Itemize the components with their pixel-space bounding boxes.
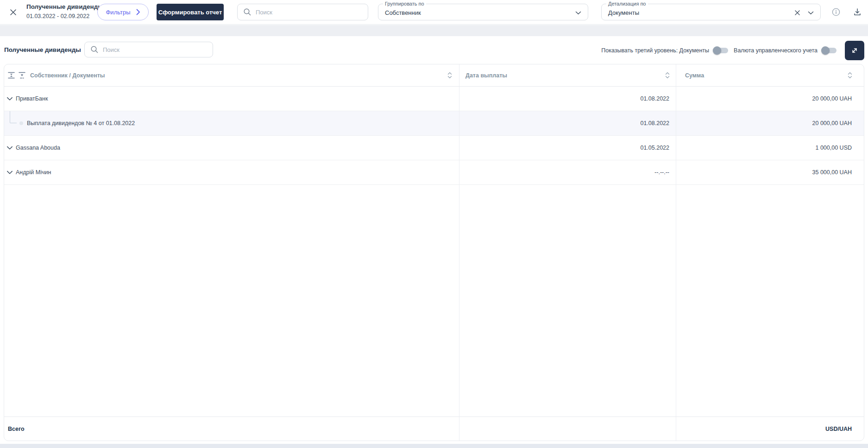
chevron-down-icon[interactable]	[808, 11, 814, 15]
amount-cell: 20 000,00 UAH	[676, 87, 864, 111]
total-currency: USD/UAH	[676, 417, 864, 441]
row-label: Gassana Abouda	[16, 145, 60, 151]
filters-label: Фильтры	[106, 9, 130, 16]
owner-cell: Gassana Abouda	[4, 136, 459, 160]
tree-node-dot	[19, 121, 23, 125]
search-icon	[243, 8, 252, 16]
search-icon	[90, 45, 99, 54]
table-header-row: Собственник / Документы Дата выплаты	[4, 64, 864, 87]
topbar: Полученные дивиденды 01.03.2022 - 02.09.…	[0, 0, 868, 25]
column-label: Дата выплаты	[465, 72, 507, 79]
chevron-down-icon[interactable]	[575, 11, 581, 15]
owner-cell: ПриватБанк	[4, 87, 459, 111]
table-search-input[interactable]	[103, 46, 207, 53]
close-button[interactable]	[6, 6, 19, 19]
topbar-search	[237, 4, 368, 20]
table-row[interactable]: Gassana Abouda 01.05.2022 1 000,00 USD	[4, 136, 864, 160]
payout-date-cell: 01.08.2022	[459, 87, 676, 111]
row-expand-chevron-down-icon[interactable]	[6, 97, 13, 101]
collapse-all-icon[interactable]	[7, 71, 15, 79]
table-search	[84, 42, 213, 57]
column-label: Сумма	[685, 72, 704, 79]
horizontal-scrollbar[interactable]	[0, 444, 868, 448]
sort-icon[interactable]	[447, 71, 453, 79]
section-title: Полученные дивиденды	[4, 46, 81, 53]
column-label: Собственник / Документы	[30, 72, 105, 79]
table-row[interactable]: Андрій Мічин --.--.-- 35 000,00 UAH	[4, 160, 864, 185]
detail-by-select[interactable]: Детализация по Документы	[601, 4, 821, 20]
owner-cell: Андрій Мічин	[4, 160, 459, 184]
close-icon	[10, 9, 17, 16]
table-footer-row: Всего USD/UAH	[4, 416, 864, 441]
generate-report-button[interactable]: Сформировать отчет	[157, 4, 224, 20]
table-empty-area	[4, 185, 864, 416]
download-button[interactable]	[852, 6, 863, 18]
dividends-table: Собственник / Документы Дата выплаты	[4, 64, 864, 441]
row-expand-chevron-down-icon[interactable]	[6, 170, 13, 175]
amount-cell: 35 000,00 UAH	[676, 160, 864, 184]
table-view-controls: Показывать третий уровень: Документы Вал…	[601, 41, 864, 60]
download-icon	[853, 7, 862, 17]
info-button[interactable]	[830, 6, 842, 18]
amount-cell: 1 000,00 USD	[676, 136, 864, 160]
fullscreen-button[interactable]	[845, 41, 864, 60]
payout-date-cell: 01.08.2022	[459, 111, 676, 135]
row-label: Выплата дивидендов № 4 от 01.08.2022	[27, 120, 135, 126]
topbar-separator	[0, 25, 868, 36]
payout-date-cell: --.--.--	[459, 160, 676, 184]
tree-controls	[7, 71, 26, 79]
clear-icon[interactable]	[794, 10, 800, 16]
chevron-right-icon	[136, 9, 140, 15]
management-currency-toggle[interactable]	[821, 46, 837, 55]
report-title: Полученные дивиденды	[26, 3, 103, 10]
expand-all-icon[interactable]	[18, 71, 26, 79]
topbar-search-input[interactable]	[256, 9, 362, 16]
toggle-knob	[713, 46, 721, 55]
group-by-value: Собственник	[385, 4, 560, 20]
sort-icon[interactable]	[847, 71, 853, 79]
amount-column-header: Сумма	[676, 64, 864, 86]
detail-by-value: Документы	[608, 4, 793, 20]
sort-icon[interactable]	[665, 71, 670, 79]
third-level-label: Показывать третий уровень: Документы	[601, 47, 709, 54]
fullscreen-icon	[850, 46, 859, 55]
table-row[interactable]: ПриватБанк 01.08.2022 20 000,00 UAH	[4, 87, 864, 111]
row-label: ПриватБанк	[16, 95, 48, 102]
third-level-toggle[interactable]	[713, 46, 729, 55]
filters-button[interactable]: Фильтры	[97, 4, 149, 20]
amount-cell: 20 000,00 UAH	[676, 111, 864, 135]
group-by-select[interactable]: Группировать по Собственник	[378, 4, 588, 20]
toggle-knob	[821, 46, 830, 55]
row-expand-chevron-down-icon[interactable]	[6, 146, 13, 150]
total-label: Всего	[4, 417, 459, 441]
row-label: Андрій Мічин	[16, 169, 51, 176]
payout-date-cell: 01.05.2022	[459, 136, 676, 160]
owner-column-header: Собственник / Документы	[4, 64, 459, 86]
table-row[interactable]: Выплата дивидендов № 4 от 01.08.2022 01.…	[4, 111, 864, 136]
management-currency-label: Валюта управленческого учета	[734, 47, 818, 54]
tree-connector	[10, 111, 17, 123]
dividends-report-window: Полученные дивиденды 01.03.2022 - 02.09.…	[0, 0, 868, 448]
info-icon	[831, 7, 841, 17]
date-column-header: Дата выплаты	[459, 64, 676, 86]
owner-cell: Выплата дивидендов № 4 от 01.08.2022	[4, 111, 459, 135]
table-body: ПриватБанк 01.08.2022 20 000,00 UAH Выпл…	[4, 87, 864, 185]
